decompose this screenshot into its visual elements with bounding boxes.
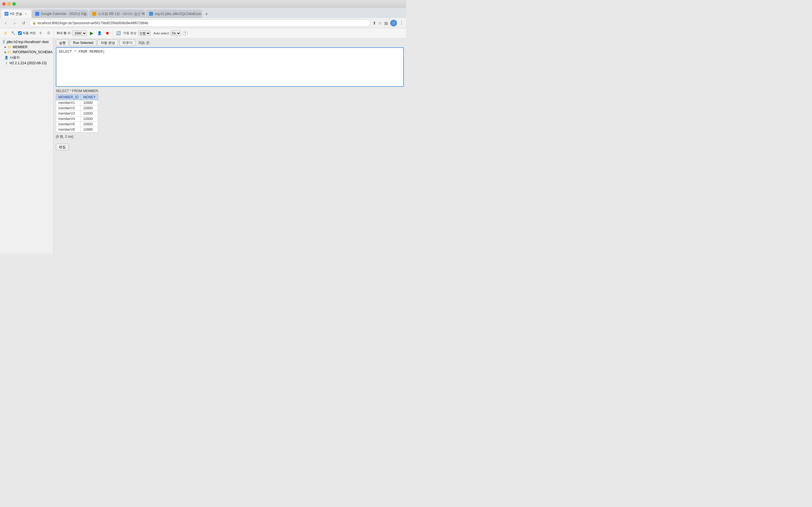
sidebar-item-member[interactable]: ▶ 📁 MEMBER <box>0 45 53 50</box>
url-text: localhost:8082/login.do?jsessionid=a4561… <box>38 21 148 25</box>
toolbar-abort-icon[interactable]: ⏹ <box>104 30 110 36</box>
sidebar-item-member-label: MEMBER <box>13 45 28 49</box>
tab-favicon-h2: H <box>4 12 8 16</box>
results-table: MEMBER_ID MONEY memberV110000memberV2100… <box>56 94 98 132</box>
auto-commit-checkbox-container: 자동 커밋 <box>18 31 36 35</box>
sql-label: SQL 문: <box>139 41 150 45</box>
auto-commit-checkbox[interactable] <box>18 31 22 35</box>
tab-h2[interactable]: H H2 콘솔 × <box>1 10 31 18</box>
toolbar-refresh-icon[interactable]: 🔄 <box>115 30 121 36</box>
info-icon: ℹ <box>4 61 8 65</box>
sidebar: 🗄 jdbc:h2:tcp://localhost/~/test ▶ 📁 MEM… <box>0 38 54 253</box>
traffic-lights <box>2 2 16 6</box>
toolbar-run-icon[interactable]: ▶ <box>89 30 95 36</box>
results-query-text: SELECT * FROM MEMBER; <box>56 89 404 93</box>
auto-complete-button[interactable]: 자동 완성 <box>98 40 118 46</box>
url-bar[interactable]: 🔒 localhost:8082/login.do?jsessionid=a45… <box>29 19 370 27</box>
table-row: memberV310000 <box>56 111 98 116</box>
table-cell-2-1: 10000 <box>81 111 98 116</box>
sidebar-item-user[interactable]: 👤 사용자 <box>0 55 53 61</box>
table-cell-4-0: memberV5 <box>56 122 81 127</box>
tab-favicon-jdbc <box>149 12 153 16</box>
content-area: 실행 Run Selected 자동 완성 지우기 SQL 문: SELECT … <box>54 38 406 253</box>
col-member-id: MEMBER_ID <box>56 94 81 100</box>
close-button[interactable] <box>2 2 6 6</box>
toolbar-rollback-icon[interactable]: ⓪ <box>45 30 52 36</box>
table-row: memberV110000 <box>56 100 98 106</box>
member-expand-arrow: ▶ <box>4 46 6 48</box>
sidebar-item-version: ℹ H2 2.1.214 (2022-06-13) <box>0 61 53 66</box>
table-row: memberV610000 <box>56 127 98 132</box>
reader-icon[interactable]: ▤ <box>384 21 388 25</box>
table-row: memberV410000 <box>56 116 98 122</box>
tab-favicon-calendar <box>35 12 39 16</box>
results-info: (6 행, 2 ms) <box>56 134 404 139</box>
forward-button[interactable]: › <box>11 20 18 26</box>
max-rows-select[interactable]: 1000 <box>72 31 87 36</box>
tab-favicon-spring <box>92 12 96 16</box>
share-icon[interactable]: ⬆ <box>373 21 376 25</box>
toolbar-connect-icon[interactable]: ⚡ <box>2 30 8 36</box>
table-row: memberV510000 <box>56 122 98 127</box>
auto-commit-label: 자동 커밋 <box>22 31 36 35</box>
table-cell-0-0: memberV1 <box>56 100 81 106</box>
menu-icon[interactable]: ⋮ <box>399 20 404 25</box>
addressbar: ‹ › ↺ 🔒 localhost:8082/login.do?jsession… <box>0 18 406 28</box>
tab-jdbc[interactable]: org.h2.jdbc.JdbcSQLDataExce... × <box>146 10 202 18</box>
toolbar-separator-2 <box>113 31 113 36</box>
table-cell-4-1: 10000 <box>81 122 98 127</box>
table-cell-3-1: 10000 <box>81 116 98 122</box>
col-money: MONEY <box>81 94 98 100</box>
auto-select-select[interactable]: On <box>170 31 181 36</box>
help-icon[interactable]: ? <box>183 31 188 36</box>
sidebar-item-db-label: jdbc:h2:tcp://localhost/~/test <box>7 40 49 44</box>
new-tab-button[interactable]: + <box>203 10 211 18</box>
refresh-button[interactable]: ↺ <box>20 20 27 26</box>
auto-complete-label: 자동 완성 <box>123 31 137 35</box>
sidebar-item-user-label: 사용자 <box>10 55 20 60</box>
run-selected-button[interactable]: Run Selected <box>70 40 96 46</box>
tab-calendar[interactable]: Google Calendar - 2022년 8월... × <box>32 10 88 18</box>
results-table-wrapper: MEMBER_ID MONEY memberV110000memberV2100… <box>56 94 98 132</box>
sidebar-item-version-label: H2 2.1.214 (2022-06-13) <box>10 61 47 65</box>
toolbar-settings-icon[interactable]: 🔧 <box>10 30 16 36</box>
auto-complete-select[interactable]: 안함 <box>138 31 151 36</box>
max-rows-label: 최대 행 수: <box>56 31 71 35</box>
table-header-row: MEMBER_ID MONEY <box>56 94 98 100</box>
run-button[interactable]: 실행 <box>56 40 69 46</box>
bookmark-icon[interactable]: ☆ <box>378 21 382 25</box>
toolbar-commit-icon[interactable]: ① <box>38 30 44 36</box>
db-icon: 🗄 <box>2 40 6 44</box>
table-cell-3-0: memberV4 <box>56 116 81 122</box>
main-layout: 🗄 jdbc:h2:tcp://localhost/~/test ▶ 📁 MEM… <box>0 38 406 253</box>
sidebar-item-info-schema-label: INFORMATION_SCHEMA <box>13 50 52 54</box>
action-bar: 실행 Run Selected 자동 완성 지우기 SQL 문: <box>54 38 406 47</box>
sidebar-item-info-schema[interactable]: ▶ 📁 INFORMATION_SCHEMA <box>0 50 53 55</box>
folder-icon-info-schema: 📁 <box>8 50 11 54</box>
table-cell-0-1: 10000 <box>81 100 98 106</box>
back-button[interactable]: ‹ <box>2 20 9 26</box>
fullscreen-button[interactable] <box>12 2 16 6</box>
toolbar-stop-icon[interactable]: 👤 <box>96 30 103 36</box>
toolbar: ⚡ 🔧 자동 커밋 ① ⓪ 최대 행 수: 1000 ▶ 👤 ⏹ 🔄 자동 완성… <box>0 28 406 38</box>
profile-avatar[interactable]: 신 <box>390 20 397 26</box>
table-cell-5-0: memberV6 <box>56 127 81 132</box>
max-rows-container: 최대 행 수: 1000 <box>56 31 87 36</box>
tab-label-h2: H2 콘솔 <box>10 11 22 16</box>
results-tbody: memberV110000memberV210000memberV310000m… <box>56 100 98 132</box>
tab-label-calendar: Google Calendar - 2022년 8월... <box>41 11 88 16</box>
tabbar: H H2 콘솔 × Google Calendar - 2022년 8월... … <box>0 8 406 18</box>
sidebar-item-db-connection[interactable]: 🗄 jdbc:h2:tcp://localhost/~/test <box>0 40 53 45</box>
edit-button[interactable]: 편집 <box>56 144 69 151</box>
sql-editor[interactable]: SELECT * FROM MEMBER| <box>56 47 404 87</box>
tab-label-spring: 스프링 DB 1편 - 데이터 접근 핵심 ♥... <box>98 11 145 16</box>
tab-label-jdbc: org.h2.jdbc.JdbcSQLDataExce... <box>155 12 202 16</box>
results-area: SELECT * FROM MEMBER; MEMBER_ID MONEY me… <box>56 89 404 253</box>
table-cell-1-1: 10000 <box>81 106 98 111</box>
tab-spring[interactable]: 스프링 DB 1편 - 데이터 접근 핵심 ♥... × <box>89 10 145 18</box>
addressbar-icons: ⬆ ☆ ▤ 신 ⋮ <box>373 20 404 26</box>
clear-button[interactable]: 지우기 <box>119 40 136 46</box>
tab-close-h2[interactable]: × <box>24 12 28 16</box>
minimize-button[interactable] <box>7 2 11 6</box>
table-cell-5-1: 10000 <box>81 127 98 132</box>
